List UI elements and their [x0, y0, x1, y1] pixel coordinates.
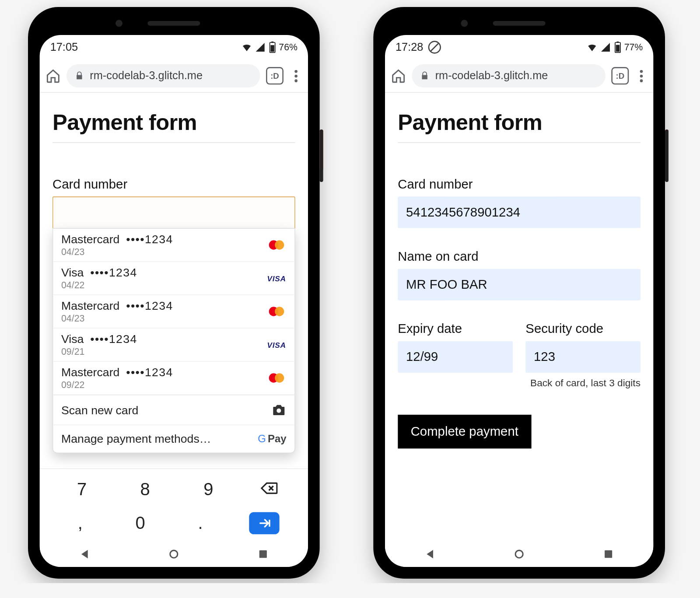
wifi-icon [587, 42, 597, 52]
svg-point-4 [170, 550, 178, 558]
card-expiry: 09/21 [61, 346, 261, 357]
system-nav [385, 541, 653, 567]
status-bar: 17:28 77% [385, 35, 653, 59]
card-mask: ••••1234 [90, 332, 137, 345]
google-pay-icon: GPay [258, 433, 286, 445]
card-brand-name: Mastercard [61, 299, 119, 312]
security-code-hint: Back of card, last 3 digits [525, 378, 640, 389]
complete-payment-button[interactable]: Complete payment [398, 415, 531, 448]
svg-rect-2 [270, 45, 274, 52]
volume-button [665, 129, 668, 182]
home-icon[interactable] [391, 68, 406, 84]
phone-camera [116, 20, 122, 27]
nav-back-icon[interactable] [78, 548, 91, 560]
phone-speaker [493, 21, 546, 26]
visa-icon: VISA [266, 340, 286, 349]
card-number-input[interactable]: 5412345678901234 [398, 196, 640, 228]
key-0[interactable]: 0 [129, 513, 152, 533]
lock-icon [75, 71, 84, 80]
nav-home-icon[interactable] [513, 548, 525, 560]
autofill-card-row[interactable]: Mastercard ••••123404/23 [53, 229, 294, 262]
card-mask: ••••1234 [126, 366, 173, 378]
autofill-dropdown: Mastercard ••••123404/23Visa ••••123404/… [52, 228, 295, 453]
numeric-keyboard: 7 8 9 , 0 . [40, 469, 308, 542]
mastercard-icon [266, 373, 286, 383]
lock-icon [420, 71, 429, 80]
card-mask: ••••1234 [126, 233, 173, 245]
card-expiry: 04/22 [61, 280, 261, 290]
system-nav [40, 541, 308, 567]
menu-icon[interactable] [635, 70, 648, 82]
phone-camera [461, 20, 468, 27]
card-brand-name: Visa [61, 266, 84, 279]
nav-back-icon[interactable] [424, 548, 436, 560]
visa-icon: VISA [266, 274, 286, 283]
cell-signal-icon [600, 42, 611, 52]
nav-recent-icon[interactable] [257, 548, 270, 560]
mastercard-icon [266, 240, 286, 250]
url-text: rm-codelab-3.glitch.me [90, 70, 203, 82]
address-bar[interactable]: rm-codelab-3.glitch.me [412, 64, 606, 87]
card-mask: ••••1234 [126, 299, 173, 312]
address-bar[interactable]: rm-codelab-3.glitch.me [66, 64, 260, 87]
svg-rect-8 [616, 45, 620, 52]
menu-icon[interactable] [289, 70, 302, 82]
svg-rect-5 [259, 550, 267, 558]
svg-point-3 [276, 409, 281, 413]
volume-button [320, 129, 323, 182]
autofill-card-row[interactable]: Mastercard ••••123404/23 [53, 295, 294, 329]
expiry-input[interactable]: 12/99 [398, 341, 513, 373]
nav-recent-icon[interactable] [602, 548, 615, 560]
key-period[interactable]: . [189, 513, 212, 533]
browser-toolbar: rm-codelab-3.glitch.me :D [385, 59, 653, 93]
manage-payments-label: Manage payment methods… [61, 432, 258, 446]
screen-left: 17:05 76% rm-codelab-3.glitch.me [40, 35, 308, 567]
card-expiry: 04/23 [61, 313, 261, 324]
page-content: Payment form Card number 541234567890123… [385, 93, 653, 541]
key-8[interactable]: 8 [133, 479, 157, 499]
card-number-label: Card number [52, 177, 295, 192]
status-clock: 17:05 [50, 41, 78, 53]
browser-toolbar: rm-codelab-3.glitch.me :D [40, 59, 308, 93]
battery-indicator: 76% [268, 42, 298, 53]
phone-right: 17:28 77% rm-codelab-3.glitch.me [373, 7, 665, 579]
svg-rect-10 [605, 550, 612, 558]
security-code-label: Security code [525, 322, 640, 337]
page-title: Payment form [398, 110, 640, 143]
status-clock: 17:28 [396, 41, 423, 53]
status-bar: 17:05 76% [40, 35, 308, 59]
home-icon[interactable] [46, 68, 61, 84]
key-backspace[interactable] [260, 479, 277, 499]
scan-card-label: Scan new card [61, 403, 271, 417]
autofill-card-row[interactable]: Visa ••••123404/22VISA [53, 262, 294, 295]
card-brand-name: Mastercard [61, 366, 119, 378]
scan-new-card[interactable]: Scan new card [53, 395, 294, 425]
tab-switcher[interactable]: :D [611, 67, 629, 84]
card-number-input[interactable] [52, 196, 295, 229]
screen-right: 17:28 77% rm-codelab-3.glitch.me [385, 35, 653, 567]
phone-speaker [147, 21, 200, 26]
expiry-label: Expiry date [398, 322, 513, 337]
security-code-input[interactable]: 123 [525, 341, 640, 373]
autofill-card-row[interactable]: Mastercard ••••123409/22 [53, 362, 294, 395]
dnd-icon [428, 41, 441, 53]
name-on-card-input[interactable]: MR FOO BAR [398, 269, 640, 301]
card-expiry: 04/23 [61, 247, 261, 257]
key-next[interactable] [249, 512, 279, 535]
manage-payment-methods[interactable]: Manage payment methods…GPay [53, 425, 294, 453]
card-number-label: Card number [398, 177, 640, 192]
svg-rect-7 [617, 42, 619, 42]
battery-indicator: 77% [614, 42, 643, 53]
svg-point-9 [515, 550, 523, 558]
nav-home-icon[interactable] [168, 548, 180, 560]
key-7[interactable]: 7 [70, 479, 93, 499]
autofill-card-row[interactable]: Visa ••••123409/21VISA [53, 329, 294, 362]
card-brand-name: Mastercard [61, 233, 119, 245]
key-comma[interactable]: , [69, 513, 92, 533]
key-9[interactable]: 9 [197, 479, 220, 499]
next-arrow-icon [257, 516, 271, 530]
battery-percent: 77% [624, 42, 643, 52]
url-text: rm-codelab-3.glitch.me [435, 70, 548, 82]
tab-switcher[interactable]: :D [266, 67, 284, 84]
card-expiry: 09/22 [61, 380, 261, 390]
